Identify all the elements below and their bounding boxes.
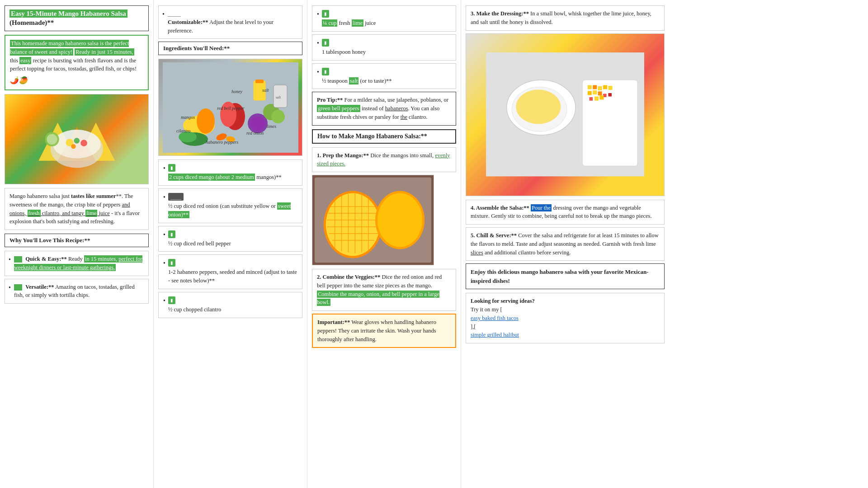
svg-text:red onion: red onion [246, 131, 264, 136]
svg-text:salt: salt [262, 88, 269, 93]
serving-box: Looking for serving ideas? Try it on my … [466, 293, 665, 343]
pepper-text: ½ cup diced red bell pepper [168, 240, 231, 247]
step-2: 2. Combine the Veggies:** Dice the red o… [312, 269, 456, 311]
honey-tag: ▮ [322, 39, 329, 47]
step2-label: 2. Combine the Veggies:** [317, 274, 380, 280]
svg-text:honey: honey [231, 89, 242, 94]
ingredient-red-onion: ____ ½ cup diced red onion (can substitu… [158, 188, 302, 223]
svg-rect-67 [593, 90, 597, 94]
bullet-item-quick: Quick & Easy:** Ready in 15 minutes, per… [5, 251, 149, 276]
svg-text:limes: limes [267, 124, 276, 129]
green-checkbox-2 [14, 284, 22, 291]
serving-line2: ],[ [471, 324, 476, 330]
step3-label: 3. Make the Dressing:** [471, 10, 529, 17]
salsa-image [5, 94, 149, 184]
mango-cut-image [312, 175, 434, 265]
cilantro-bullet: ▮ ½ cup chopped cilantro [163, 296, 297, 314]
salsa-svg [19, 103, 134, 175]
ingredients-heading: Ingredients You'll Need:** [158, 42, 302, 55]
salt-bullet: ▮ ½ teaspoon salt (or to taste)** [317, 67, 451, 85]
svg-text:red bell pepper: red bell pepper [217, 106, 245, 111]
ingredients-image: salt honey red bell pepper salt mangos h… [158, 59, 302, 156]
intro-paragraph: This homemade mango habanero salsa is th… [10, 39, 143, 73]
bullet-item-versatile: Versatile:** Amazing on tacos, tostadas,… [5, 279, 149, 304]
svg-rect-61 [588, 85, 592, 89]
svg-rect-65 [608, 86, 612, 90]
column-1: Easy 15-Minute Mango Habanero Salsa (Hom… [0, 0, 154, 488]
desc-paragraph: Mango habanero salsa just tastes like su… [9, 192, 144, 226]
column-4: 3. Make the Dressing:** In a small bowl,… [461, 0, 669, 488]
cilantro-text: ½ cup chopped cilantro [168, 306, 221, 313]
svg-rect-66 [588, 91, 592, 95]
dressing-image [466, 33, 665, 196]
title-box: Easy 15-Minute Mango Habanero Salsa (Hom… [5, 5, 149, 31]
ingredients-svg: salt honey red bell pepper salt mangos h… [163, 62, 298, 153]
ingredient-mango: ▮ 2 cups diced mango (about 2 medium man… [158, 160, 302, 186]
svg-point-10 [47, 134, 57, 144]
protip-box: Pro Tip:** For a milder salsa, use jalap… [312, 92, 456, 125]
quick-easy-label: Quick & Easy:** [25, 256, 67, 262]
ingredients-image-inner: salt honey red bell pepper salt mangos h… [159, 59, 302, 155]
step-4: 4. Assemble the Salsa:** Pour the dressi… [466, 200, 665, 225]
svg-point-39 [326, 193, 380, 256]
svg-text:mangos: mangos [181, 115, 195, 120]
svg-rect-27 [255, 80, 264, 83]
svg-rect-71 [589, 97, 593, 101]
important-label: Important:** [317, 319, 350, 325]
svg-point-7 [80, 140, 87, 146]
customizable-item: ____ Customizable:** Adjust the heat lev… [158, 5, 302, 39]
step1-label: 1. Prep the Mango:** [317, 152, 369, 159]
step-1: 1. Prep the Mango:** Dice the mangos int… [312, 147, 456, 173]
page-title: Easy 15-Minute Mango Habanero Salsa (Hom… [9, 9, 144, 27]
serving-line1: Try it on my [ [471, 306, 502, 313]
important-box: Important:** Wear gloves when handling h… [312, 314, 456, 348]
habanero-tag: ▮ [168, 259, 175, 267]
lime-text: ¼ cup fresh lime juice [322, 19, 376, 27]
salt-text: ½ teaspoon salt (or to taste)** [322, 77, 392, 84]
title-rest: (Homemade)** [9, 19, 54, 26]
pepper-tag: ▮ [168, 230, 175, 238]
desc-underline: and onions, fresh cilantro, and tangy li… [9, 202, 130, 217]
svg-point-59 [516, 90, 561, 124]
svg-text:habanero peppers: habanero peppers [206, 140, 238, 145]
how-to-heading: How to Make Mango Habanero Salsa:** [312, 129, 456, 144]
svg-rect-73 [599, 96, 604, 100]
step4-label: 4. Assemble the Salsa:** [471, 205, 529, 211]
lime-tag: ▮ [322, 10, 329, 18]
mango-bullet: ▮ 2 cups diced mango (about 2 medium man… [163, 164, 297, 182]
enjoy-box: Enjoy this delicious mango habanero sals… [466, 263, 665, 289]
lime-bullet: ▮ ¼ cup fresh lime juice [317, 9, 451, 28]
intro-text-box: This homemade mango habanero salsa is th… [5, 35, 149, 90]
versatile-label: Versatile:** [25, 284, 54, 290]
step-3: 3. Make the Dressing:** In a small bowl,… [466, 5, 665, 31]
onion-tag: ____ [168, 193, 184, 201]
habanero-text: 1-2 habanero peppers, seeded and minced … [168, 269, 297, 284]
svg-point-6 [74, 138, 80, 144]
onion-text: ½ cup diced red onion (can substitute ye… [168, 202, 291, 218]
emoji-row: 🌶️🥭 [10, 75, 143, 86]
ingredient-cilantro: ▮ ½ cup chopped cilantro [158, 292, 302, 318]
ingredient-lime-juice: ▮ ¼ cup fresh lime juice [312, 5, 456, 32]
dressing-svg [486, 50, 644, 179]
svg-rect-64 [603, 85, 607, 89]
svg-point-4 [53, 130, 101, 158]
svg-point-13 [197, 108, 215, 134]
desc-bold: tastes like summer [71, 193, 116, 199]
ingredient-bell-pepper: ▮ ½ cup diced red bell pepper [158, 226, 302, 252]
svg-text:cilantro: cilantro [176, 128, 190, 133]
desc-box: Mango habanero salsa just tastes like su… [5, 188, 149, 230]
honey-bullet: ▮ 1 tablespoon honey [317, 38, 451, 56]
pepper-bullet: ▮ ½ cup diced red bell pepper [163, 230, 297, 248]
honey-text: 1 tablespoon honey [322, 49, 366, 55]
svg-text:salt: salt [276, 95, 281, 99]
svg-rect-68 [598, 91, 602, 95]
ingredient-habanero: ▮ 1-2 habanero peppers, seeded and mince… [158, 254, 302, 289]
protip-label: Pro Tip:** [317, 97, 343, 103]
customizable-label: Customizable:** [168, 19, 208, 25]
mango-tag: ▮ [168, 164, 175, 172]
svg-point-53 [377, 193, 422, 247]
customizable-dash: ____ [168, 10, 181, 17]
serving-link-fish-tacos[interactable]: easy baked fish tacos [471, 315, 519, 321]
serving-link-halibut[interactable]: simple grilled halibut [471, 332, 519, 338]
svg-rect-70 [608, 93, 612, 97]
